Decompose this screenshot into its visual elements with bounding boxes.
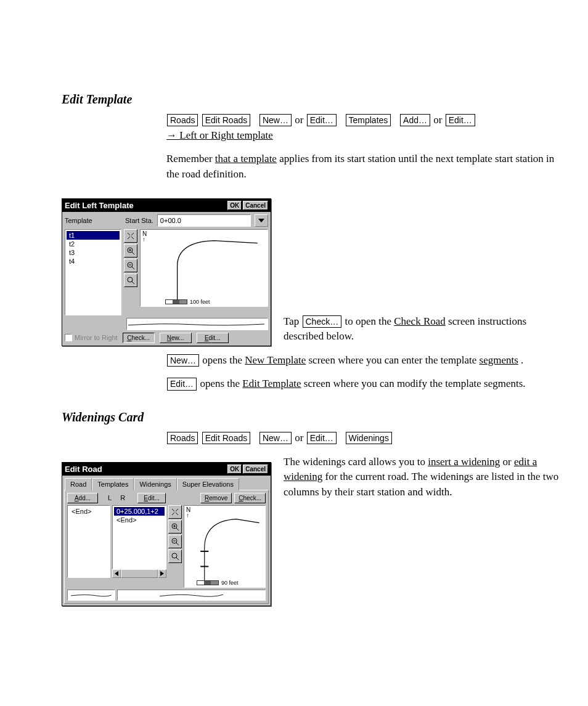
- btn-edit2[interactable]: Edit…: [446, 114, 475, 126]
- start-sta-input[interactable]: [158, 215, 250, 226]
- btn-edit-roads[interactable]: Edit Roads: [202, 114, 250, 126]
- svg-marker-16: [160, 571, 164, 576]
- text: opens the: [200, 378, 242, 389]
- zoom-extents-icon: [126, 232, 135, 240]
- svg-line-29: [176, 558, 179, 560]
- zoom-in-button2[interactable]: [168, 520, 182, 534]
- link-insert-widening[interactable]: insert a widening: [428, 456, 500, 468]
- template-list[interactable]: t1 t2 t3 t4: [65, 229, 121, 315]
- list-item[interactable]: t1: [67, 231, 120, 240]
- ok-button[interactable]: OK: [227, 201, 242, 210]
- svg-line-1: [128, 233, 130, 235]
- link-that-a-template[interactable]: that a template: [215, 153, 277, 164]
- svg-line-17: [172, 509, 174, 511]
- link-edit-template[interactable]: Edit Template: [242, 378, 301, 389]
- h-scrollbar[interactable]: [112, 569, 166, 578]
- btn-check-inline[interactable]: Check…: [303, 315, 342, 328]
- tab-body: Add... L R Edit... Remove Check...: [64, 490, 269, 604]
- dialog-title2: Edit Road: [65, 465, 102, 474]
- new-button[interactable]: New...: [160, 333, 192, 343]
- link-new-template[interactable]: New Template: [245, 354, 306, 366]
- tab-road[interactable]: Road: [65, 478, 92, 490]
- text-or3: or: [295, 432, 306, 444]
- edit-button[interactable]: Edit...: [197, 333, 229, 343]
- zoom-extents-icon: [171, 508, 179, 516]
- check-button[interactable]: Check...: [123, 333, 155, 343]
- profile-line-r: [118, 590, 265, 600]
- svg-marker-15: [115, 571, 118, 576]
- zoom-out-button[interactable]: [124, 259, 137, 272]
- start-sta-dropdown[interactable]: [255, 214, 268, 227]
- profile-view[interactable]: [126, 318, 268, 330]
- scale-label2: 90 feet: [221, 580, 239, 586]
- ok-button2[interactable]: OK: [227, 465, 242, 474]
- zoom-in-button[interactable]: [124, 244, 137, 258]
- link-segments[interactable]: segments: [480, 354, 518, 366]
- list-item[interactable]: t4: [67, 257, 120, 266]
- dialog-edit-left-template: Edit Left Template OK Cancel Template St…: [62, 198, 271, 346]
- zoom-out-icon: [171, 537, 179, 546]
- tab-widenings[interactable]: Widenings: [134, 478, 176, 490]
- btn-new3[interactable]: New…: [259, 432, 292, 444]
- btn-roads2[interactable]: Roads: [167, 432, 198, 444]
- scroll-left-icon: [115, 571, 118, 576]
- svg-line-3: [128, 237, 130, 239]
- svg-line-10: [132, 267, 134, 269]
- btn-add[interactable]: Add…: [400, 114, 430, 126]
- check-button2[interactable]: Check...: [234, 493, 266, 503]
- left-profile[interactable]: [67, 590, 115, 601]
- tab-strip: Road Templates Widenings Super Elevation…: [62, 476, 271, 490]
- btn-edit4[interactable]: Edit…: [307, 432, 337, 444]
- left-widenings-list[interactable]: <End>: [67, 505, 110, 578]
- cancel-button[interactable]: Cancel: [243, 201, 268, 210]
- btn-edit-roads2[interactable]: Edit Roads: [202, 432, 250, 444]
- road-curve2: [184, 506, 265, 587]
- right-profile[interactable]: [117, 590, 266, 601]
- text: Remember: [166, 153, 215, 164]
- edit-button2[interactable]: Edit...: [137, 493, 166, 503]
- btn-templates[interactable]: Templates: [346, 114, 391, 126]
- zoom-extents-button2[interactable]: [168, 505, 182, 519]
- zoom-window-button[interactable]: [124, 274, 137, 287]
- zoom-window-icon: [171, 552, 179, 561]
- scale-bar2: [197, 580, 219, 585]
- text: for the: [325, 471, 356, 482]
- btn-edit[interactable]: Edit…: [307, 114, 337, 126]
- list-item[interactable]: 0+25.000,1+2: [114, 507, 165, 516]
- plan-view[interactable]: N↑ 100 feet: [140, 229, 268, 307]
- zoom-window-button2[interactable]: [168, 550, 182, 563]
- profile-line: [127, 319, 267, 330]
- list-item[interactable]: <End>: [69, 507, 108, 516]
- btn-edit-inline[interactable]: Edit…: [167, 378, 197, 390]
- svg-line-2: [131, 233, 134, 235]
- svg-line-13: [132, 282, 134, 284]
- btn-widenings[interactable]: Widenings: [346, 432, 392, 444]
- btn-new[interactable]: New…: [259, 114, 292, 126]
- zoom-window-icon: [126, 276, 135, 285]
- right-widenings-list[interactable]: 0+25.000,1+2 <End>: [112, 505, 166, 569]
- btn-new-inline[interactable]: New…: [167, 354, 199, 367]
- link-left-right-template[interactable]: → Left or Right template: [166, 129, 273, 141]
- add-button[interactable]: Add...: [67, 493, 98, 503]
- link-check-road[interactable]: Check Road: [394, 315, 446, 327]
- zoom-out-icon: [126, 261, 135, 270]
- tab-super-elevations[interactable]: Super Elevations: [177, 478, 239, 490]
- text: Tap: [284, 315, 302, 327]
- tab-templates[interactable]: Templates: [92, 478, 134, 490]
- list-item[interactable]: t2: [67, 240, 120, 248]
- list-item[interactable]: <End>: [114, 516, 165, 524]
- plan-view2[interactable]: N↑ 90 feet: [184, 505, 266, 588]
- text-or: or: [295, 114, 306, 126]
- road-curve: [141, 230, 267, 306]
- cancel-button2[interactable]: Cancel: [243, 465, 268, 474]
- remove-button[interactable]: Remove: [200, 493, 232, 503]
- zoom-out-button2[interactable]: [168, 535, 182, 548]
- zoom-in-icon: [126, 246, 135, 255]
- para-check: Tap Check… to open the Check Road screen…: [284, 314, 563, 344]
- zoom-extents-button[interactable]: [124, 229, 137, 243]
- north-indicator2: N↑: [186, 507, 190, 518]
- list-item[interactable]: t3: [67, 248, 120, 257]
- label-template: Template: [65, 217, 121, 224]
- btn-roads[interactable]: Roads: [167, 114, 198, 126]
- text: to open the: [345, 315, 394, 327]
